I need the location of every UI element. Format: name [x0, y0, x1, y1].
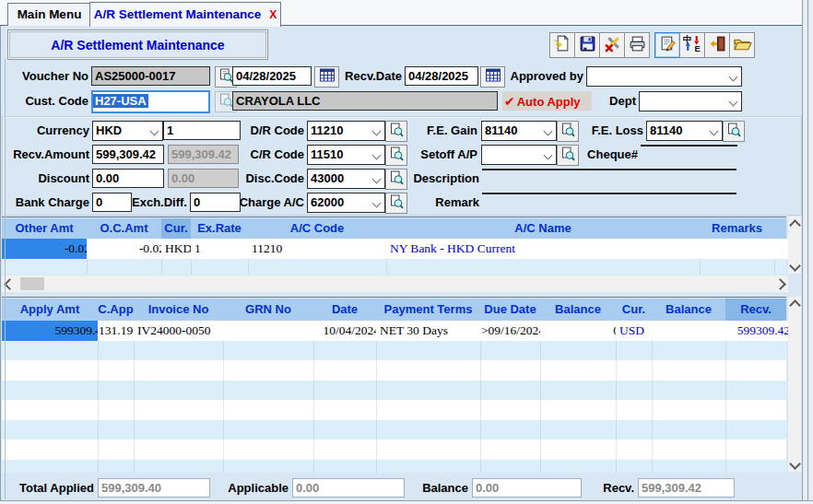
- cust-name-field: CRAYOLA LLC: [232, 91, 498, 111]
- apply-grid-vscrollbar[interactable]: [788, 297, 801, 472]
- other-grid-cell-remarks[interactable]: [700, 239, 795, 260]
- dr-code-lookup-button[interactable]: [385, 121, 407, 142]
- cust-code-field[interactable]: H27-USA: [91, 90, 210, 113]
- chevron-down-icon: [372, 199, 382, 208]
- lookup-magnifier-icon: [390, 147, 404, 165]
- disc-code-lookup-button[interactable]: [385, 169, 407, 190]
- setoff-ap-lookup-button[interactable]: [557, 145, 579, 166]
- apply-grid-cell-apply-amt[interactable]: 599309.4: [2, 321, 106, 342]
- other-grid-cell-other-amt[interactable]: -0.02: [2, 239, 95, 260]
- svg-text:E: E: [694, 43, 700, 53]
- apply-grid-header-payment-terms[interactable]: Payment Terms: [376, 298, 481, 321]
- apply-grid-header-apply-amt[interactable]: Apply Amt: [2, 298, 99, 321]
- currency-select[interactable]: HKD: [92, 121, 163, 141]
- charge-ac-label: Charge A/C: [230, 193, 304, 213]
- delete-button[interactable]: [599, 32, 625, 58]
- other-grid-cell-ex-rate[interactable]: 1: [191, 239, 256, 260]
- exit-button[interactable]: [704, 32, 730, 58]
- apply-grid-cell-recv[interactable]: 599309.42: [725, 321, 795, 342]
- print-button[interactable]: [624, 32, 650, 58]
- description-field[interactable]: [482, 169, 736, 170]
- other-grid-header-other-amt[interactable]: Other Amt: [2, 217, 88, 239]
- hscroll-thumb[interactable]: [20, 277, 44, 290]
- other-grid-header-remarks[interactable]: Remarks: [700, 217, 775, 239]
- apply-grid-cell-balance2[interactable]: [652, 321, 734, 342]
- edit-icon: [659, 35, 677, 56]
- chevron-down-icon: [372, 175, 382, 184]
- other-amount-grid: Other Amt O.C.Amt Cur. Ex.Rate A/C Code …: [2, 217, 786, 275]
- tab-main-menu[interactable]: Main Menu: [7, 3, 91, 26]
- other-grid-cell-oc-amt[interactable]: -0.02: [87, 239, 170, 260]
- apply-grid-header-balance[interactable]: Balance: [540, 298, 617, 321]
- approved-by-select[interactable]: [586, 66, 742, 87]
- other-grid-header-ac-name[interactable]: A/C Name: [386, 217, 701, 239]
- setoff-ap-select[interactable]: [481, 145, 557, 165]
- apply-grid-header-invoice-no[interactable]: Invoice No: [134, 298, 224, 321]
- scroll-right-arrow[interactable]: [772, 275, 788, 292]
- recv-amount-label: Recv.Amount: [0, 145, 89, 165]
- apply-grid-header-date[interactable]: Date: [313, 298, 377, 321]
- apply-grid-header-c-app[interactable]: C.App: [98, 298, 135, 321]
- scroll-up-arrow[interactable]: [788, 217, 801, 229]
- dr-code-select[interactable]: 11210: [307, 121, 385, 141]
- charge-ac-lookup-button[interactable]: [385, 193, 407, 214]
- cheque-field[interactable]: [641, 145, 737, 147]
- total-applied-field: 599,309.40: [98, 478, 210, 498]
- apply-grid-header-balance2[interactable]: Balance: [652, 298, 726, 321]
- fe-loss-select[interactable]: 81140: [646, 121, 723, 141]
- other-grid-header-cur[interactable]: Cur.: [161, 217, 192, 239]
- fe-gain-lookup-button[interactable]: [557, 121, 579, 142]
- other-grid-header-ac-code[interactable]: A/C Code: [248, 217, 387, 239]
- save-button[interactable]: [574, 32, 600, 58]
- scroll-down-arrow[interactable]: [788, 261, 801, 274]
- cr-code-label: C/R Code: [230, 145, 304, 165]
- scroll-up-arrow[interactable]: [788, 297, 801, 310]
- dept-select[interactable]: [639, 91, 742, 111]
- fe-loss-lookup-button[interactable]: [723, 121, 745, 142]
- other-grid-cell-ac-name[interactable]: NY Bank - HKD Current: [386, 239, 708, 260]
- apply-grid-cell-grn-no[interactable]: [223, 321, 322, 342]
- tab-close-icon[interactable]: X: [269, 8, 277, 21]
- discount-field[interactable]: 0.00: [92, 169, 164, 188]
- other-grid-header-oc-amt[interactable]: O.C.Amt: [87, 217, 162, 239]
- apply-grid-header-cur[interactable]: Cur.: [616, 298, 653, 321]
- cheque-label: Cheque#: [577, 145, 638, 165]
- charge-ac-value: 62000: [311, 195, 344, 209]
- scroll-down-arrow[interactable]: [788, 459, 801, 472]
- open-folder-button[interactable]: [729, 32, 755, 58]
- lookup-magnifier-icon: [727, 123, 741, 141]
- fe-gain-value: 81140: [485, 123, 517, 137]
- disc-code-select[interactable]: 43000: [307, 169, 385, 189]
- language-switch-button[interactable]: 中E: [679, 32, 705, 58]
- recv-amount-field[interactable]: 599,309.42: [92, 145, 164, 164]
- new-document-button[interactable]: [549, 32, 575, 58]
- apply-grid-cell-due-date[interactable]: >09/16/2024<: [480, 321, 543, 342]
- recv-date-field[interactable]: 04/28/2025: [405, 66, 478, 86]
- apply-grid-header-due-date[interactable]: Due Date: [480, 298, 541, 321]
- discount-label: Discount: [0, 169, 89, 189]
- charge-ac-select[interactable]: 62000: [307, 193, 385, 213]
- apply-grid-cell-date[interactable]: 10/04/2024: [313, 321, 384, 342]
- cr-code-select[interactable]: 11510: [307, 145, 385, 165]
- edit-button[interactable]: [654, 32, 680, 58]
- fe-gain-select[interactable]: 81140: [481, 121, 557, 141]
- apply-grid-header-grn-no[interactable]: GRN No: [223, 298, 314, 321]
- lookup-magnifier-icon: [561, 123, 575, 141]
- apply-grid-cell-balance[interactable]: 0: [540, 321, 624, 342]
- exchange-rate-field[interactable]: 1: [163, 121, 241, 140]
- fe-loss-label: F.E. Loss: [577, 121, 643, 141]
- tab-ar-settlement[interactable]: A/R Settlement Maintenance X: [89, 2, 281, 27]
- apply-grid-cell-payment-terms[interactable]: NET 30 Days: [376, 321, 489, 342]
- other-grid-header-ex-rate[interactable]: Ex.Rate: [191, 217, 249, 239]
- discount-base-field: 0.00: [168, 169, 239, 188]
- other-grid-vscrollbar[interactable]: [788, 217, 801, 274]
- voucher-date-field[interactable]: 04/28/2025: [232, 66, 312, 86]
- remark-field[interactable]: [482, 193, 736, 194]
- cr-code-lookup-button[interactable]: [385, 145, 407, 166]
- apply-grid-header-recv[interactable]: Recv.: [725, 298, 787, 321]
- apply-grid-cell-invoice-no[interactable]: IV24000-0050: [134, 321, 231, 342]
- apply-grid-cell-c-app[interactable]: 131.197: [98, 321, 136, 342]
- other-grid-hscrollbar[interactable]: [2, 275, 788, 292]
- bank-charge-field[interactable]: 0: [92, 193, 132, 212]
- other-grid-cell-ac-code[interactable]: 11210: [248, 239, 395, 260]
